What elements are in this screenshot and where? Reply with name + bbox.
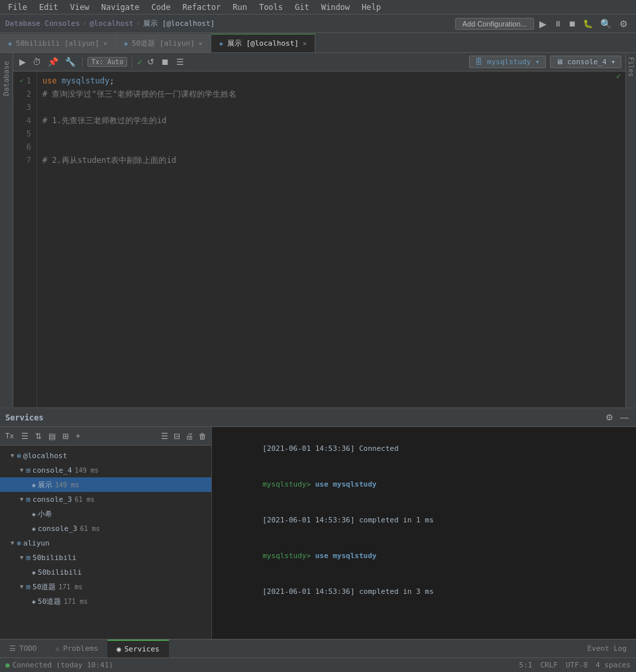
stop-query-button[interactable]: ⏹: [159, 57, 172, 67]
tree-ms-50daoti-c: 171 ms: [64, 598, 87, 605]
stop-button[interactable]: ⏹: [566, 19, 578, 28]
tree-tool-add[interactable]: +: [74, 432, 82, 441]
run-query-button[interactable]: ▶: [17, 57, 28, 67]
menu-refactor[interactable]: Refactor: [177, 1, 226, 13]
menu-edit[interactable]: Edit: [34, 1, 64, 13]
bottom-tab-todo[interactable]: ☰ TODO: [0, 640, 46, 658]
bottom-tabs-bar: ☰ TODO ⚠ Problems ◉ Services Event Log: [0, 639, 636, 657]
services-minimize-button[interactable]: —: [618, 412, 631, 422]
tree-scroll-button[interactable]: ☰: [159, 432, 170, 441]
menu-bar: File Edit View Navigate Code Refactor Ru…: [0, 0, 636, 15]
arrow-aliyun: ▼: [11, 540, 14, 546]
menu-tools[interactable]: Tools: [254, 1, 288, 13]
breadcrumb-localhost[interactable]: @localhost: [89, 19, 133, 28]
menu-git[interactable]: Git: [290, 1, 315, 13]
event-log-tab[interactable]: Event Log: [578, 640, 636, 658]
tree-label-console4: console_4: [32, 466, 72, 475]
arrow-localhost: ▼: [11, 452, 14, 459]
tab-close-1[interactable]: ✕: [199, 40, 203, 47]
tab-icon-2: ◈: [219, 40, 223, 47]
tree-tool-db[interactable]: ▤: [46, 432, 58, 441]
tab-50bilibili[interactable]: ◈ 50bilibili [aliyun] ✕: [0, 34, 116, 52]
right-check-icon: ✓: [615, 72, 622, 83]
code-line-5: [42, 127, 610, 140]
menu-file[interactable]: File: [3, 1, 32, 13]
arrow-50daoti: ▼: [20, 583, 23, 590]
services-title: Services: [5, 413, 44, 422]
commit-icon: ✓: [137, 57, 142, 67]
wrench-button[interactable]: 🔧: [63, 57, 78, 67]
code-editor[interactable]: ✓ 1 2 3 4 5 6 7 use mysqlstudy; # 查询没学过"…: [13, 72, 625, 407]
bottom-tab-services[interactable]: ◉ Services: [107, 640, 169, 658]
tree-item-50daoti-child[interactable]: ◈ 50道题 171 ms: [0, 594, 211, 608]
line-num-label-3: 3: [26, 101, 31, 114]
tree-label-zhanshi: 展示: [38, 480, 52, 490]
code-content[interactable]: use mysqlstudy; # 查询没学过"张三"老师讲授的任一门课程的学生…: [37, 72, 615, 407]
tab-zhanshi[interactable]: ◈ 展示 [@localhost] ✕: [211, 34, 315, 52]
tree-table-button[interactable]: ⊟: [172, 432, 182, 441]
services-settings-button[interactable]: ⚙: [604, 412, 615, 422]
tab-close-0[interactable]: ✕: [103, 40, 107, 47]
arrow-console3: ▼: [20, 496, 23, 503]
tree-print-button[interactable]: 🖨: [184, 432, 195, 441]
tree-tool-panel[interactable]: ⊞: [60, 432, 71, 441]
console-ts-2: [2021-06-01 14:53:36]: [262, 516, 359, 524]
search-button[interactable]: 🔍: [598, 19, 614, 29]
line-num-label-5: 5: [26, 127, 31, 140]
line-num-label-1: 1: [26, 74, 31, 87]
menu-view[interactable]: View: [65, 1, 95, 13]
tree-item-console4[interactable]: ▼ ⊞ console_4 149 ms: [0, 463, 211, 477]
file-icon-zhanshi: ◈: [32, 481, 36, 489]
rollback-button[interactable]: ↺: [145, 57, 156, 67]
menu-run[interactable]: Run: [227, 1, 252, 13]
db-selector[interactable]: 🗄 mysqlstudy ▾: [469, 56, 545, 68]
tab-icon-0: ◈: [8, 40, 12, 47]
tree-item-50daoti-parent[interactable]: ▼ ⊞ 50道题 171 ms: [0, 579, 211, 594]
menu-code[interactable]: Code: [146, 1, 176, 13]
db-icon-console3: ⊞: [26, 495, 30, 504]
tree-item-50bilibili-parent[interactable]: ▼ ⊞ 50bilibili: [0, 550, 211, 565]
add-configuration-button[interactable]: Add Configuration...: [455, 18, 534, 30]
connected-indicator: ●: [5, 661, 10, 669]
menu-window[interactable]: Window: [316, 1, 355, 13]
status-indent: 4 spaces: [596, 661, 631, 669]
pin-button[interactable]: 📌: [46, 57, 60, 67]
tree-ms-zhanshi: 149 ms: [55, 481, 79, 489]
tree-item-aliyun[interactable]: ▼ ⊛ aliyun: [0, 536, 211, 550]
format-button[interactable]: ☰: [174, 57, 186, 67]
console-selector[interactable]: 🖥 console_4 ▾: [550, 56, 621, 68]
tree-delete-button[interactable]: 🗑: [197, 432, 209, 441]
services-icon: ◉: [117, 645, 121, 653]
tree-item-50bilibili-child[interactable]: ◈ 50bilibili: [0, 565, 211, 579]
tree-tool-sort[interactable]: ⇅: [33, 432, 44, 441]
pause-button[interactable]: ⏸: [552, 19, 564, 28]
line-num-7: 7: [13, 154, 31, 167]
app-window: File Edit View Navigate Code Refactor Ru…: [0, 0, 636, 672]
menu-help[interactable]: Help: [356, 1, 386, 13]
tree-item-console3b[interactable]: ◈ console_3 61 ms: [0, 521, 211, 536]
tab-close-2[interactable]: ✕: [303, 40, 307, 47]
tree-tool-list[interactable]: ☰: [19, 432, 30, 441]
tree-item-zhanshi[interactable]: ◈ 展示 149 ms: [0, 477, 211, 492]
tree-label-aliyun: aliyun: [23, 539, 50, 548]
line-numbers: ✓ 1 2 3 4 5 6 7: [13, 72, 37, 407]
connected-text: Connected (today 10:41): [13, 661, 113, 669]
breadcrumb-bar: Database Consoles › @localhost › 展示 [@lo…: [0, 15, 636, 33]
database-strip: Database: [0, 53, 13, 407]
tab-50daoti[interactable]: ◈ 50道题 [aliyun] ✕: [116, 34, 211, 52]
tab-label-0: 50bilibili [aliyun]: [16, 39, 99, 48]
tree-item-xiaoxi[interactable]: ◈ 小希: [0, 506, 211, 521]
breadcrumb-sep-1: ›: [83, 19, 87, 28]
breadcrumb-database-consoles[interactable]: Database Consoles: [5, 19, 80, 28]
debug-button[interactable]: 🐛: [581, 19, 595, 28]
console-completed-2: completed in 3 ms: [359, 587, 434, 596]
menu-navigate[interactable]: Navigate: [96, 1, 145, 13]
tx-badge[interactable]: Tx: Auto: [87, 57, 127, 67]
settings-button[interactable]: ⚙: [617, 19, 631, 29]
run-history-button[interactable]: ⏱: [30, 57, 43, 67]
run-button[interactable]: ▶: [537, 19, 549, 29]
toolbar-sep-2: [132, 57, 132, 68]
tree-item-localhost[interactable]: ▼ ⊛ @localhost: [0, 448, 211, 463]
tree-item-console3[interactable]: ▼ ⊞ console_3 61 ms: [0, 492, 211, 506]
bottom-tab-problems[interactable]: ⚠ Problems: [46, 640, 108, 658]
